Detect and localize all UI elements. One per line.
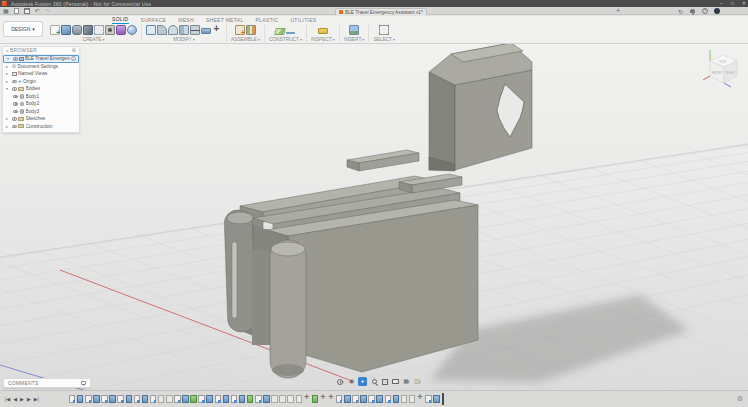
model-head[interactable] [429, 44, 532, 171]
timeline-feature-extrude[interactable] [206, 395, 213, 404]
info-icon[interactable]: i [71, 56, 76, 61]
browser-item-bodies[interactable]: ▾ Bodies [3, 85, 79, 93]
timeline-feature-sketch[interactable] [69, 395, 76, 404]
new-document-button[interactable]: + [616, 7, 620, 15]
combine-icon[interactable] [179, 25, 189, 35]
tab-surface[interactable]: SURFACE [141, 17, 167, 24]
viewports-button[interactable]: ◫▾ [413, 377, 422, 386]
construct-menu[interactable]: CONSTRUCT [269, 37, 299, 42]
eye-icon[interactable] [12, 80, 17, 84]
timeline-feature-sketch[interactable] [101, 395, 108, 404]
expand-arrow-icon[interactable]: ▸ [6, 124, 10, 129]
timeline-feature-component[interactable] [312, 395, 319, 404]
eye-icon[interactable] [12, 87, 17, 91]
timeline-feature-sketch[interactable] [134, 395, 141, 404]
timeline-playhead[interactable] [442, 393, 444, 405]
timeline-feature-sketch[interactable] [117, 395, 124, 404]
go-to-end-button[interactable]: ▶| [34, 394, 39, 404]
timeline-feature-extrude[interactable] [263, 395, 270, 404]
expand-arrow-icon[interactable]: ▾ [6, 86, 10, 91]
timeline-settings-gear-icon[interactable]: ⚙ [737, 395, 743, 403]
timeline-feature-extrude[interactable] [182, 395, 189, 404]
timeline-feature-extrude[interactable] [360, 395, 367, 404]
display-settings-button[interactable]: ▾ [391, 377, 400, 386]
browser-item-named-views[interactable]: ▸ Named Views [3, 70, 79, 78]
play-button[interactable]: ▶ [20, 394, 24, 404]
select-icon[interactable] [379, 25, 389, 35]
timeline-feature-sketch[interactable] [150, 395, 157, 404]
timeline-feature-component[interactable] [247, 395, 254, 404]
fit-button[interactable] [380, 377, 389, 386]
model-body[interactable] [224, 150, 478, 378]
look-at-button[interactable]: ◉ [347, 377, 356, 386]
hole-icon[interactable] [105, 25, 115, 35]
timeline-feature-extrude[interactable] [344, 395, 351, 404]
timeline-feature-doc[interactable] [409, 395, 416, 404]
redo-icon[interactable]: ↷ [45, 7, 50, 15]
modify-menu[interactable]: MODIFY [173, 37, 192, 42]
go-to-start-button[interactable]: |◀ [5, 394, 10, 404]
notifications-bell-icon[interactable] [690, 9, 695, 13]
grid-and-snaps-button[interactable]: ▦▾ [402, 377, 411, 386]
expand-arrow-icon[interactable]: ▸ [6, 116, 10, 121]
tab-utilities[interactable]: UTILITIES [290, 17, 316, 24]
browser-item-document-settings[interactable]: ▸ ⚙ Document Settings [3, 63, 79, 71]
timeline-feature-sketch[interactable] [174, 395, 181, 404]
joint-icon[interactable] [246, 25, 256, 35]
browser-item-origin[interactable]: ▸ + Origin [3, 78, 79, 86]
create-sketch-icon[interactable] [50, 25, 60, 35]
measure-icon[interactable] [318, 28, 328, 34]
timeline-feature-sketch[interactable] [425, 395, 432, 404]
sweep-icon[interactable] [83, 25, 93, 35]
browser-item-body2[interactable]: Body2 [10, 100, 79, 108]
expand-arrow-icon[interactable]: ▸ [6, 71, 10, 76]
undo-icon[interactable]: ↶ [35, 7, 40, 15]
save-icon[interactable] [24, 8, 30, 14]
timeline-feature-doc[interactable] [296, 395, 303, 404]
timeline-feature-sketch[interactable] [85, 395, 92, 404]
timeline-feature-sketch[interactable] [385, 395, 392, 404]
tab-mesh[interactable]: MESH [178, 17, 194, 24]
tab-sheet-metal[interactable]: SHEET METAL [206, 17, 244, 24]
tab-solid[interactable]: SOLID [112, 16, 129, 24]
fillet-icon[interactable] [157, 25, 167, 35]
timeline-feature-sketch[interactable] [215, 395, 222, 404]
orbit-button[interactable]: ▾ [336, 377, 345, 386]
offset-plane-icon[interactable] [275, 28, 287, 35]
minimize-button[interactable]: – [720, 0, 723, 7]
zoom-button[interactable] [369, 377, 378, 386]
timeline-feature-doc[interactable] [279, 395, 286, 404]
sphere-icon[interactable] [127, 25, 137, 35]
timeline-feature-sketch[interactable] [336, 395, 343, 404]
eye-icon[interactable] [12, 117, 17, 121]
user-avatar[interactable] [714, 8, 720, 14]
browser-item-body3[interactable]: Body3 [10, 108, 79, 116]
timeline-feature-sketch[interactable] [231, 395, 238, 404]
job-status-icon[interactable]: ↻ [678, 8, 683, 15]
comments-bar[interactable]: COMMENTS [3, 378, 91, 388]
browser-options-gear-icon[interactable]: ⚙ [72, 48, 76, 53]
timeline-feature-extrude[interactable] [376, 395, 383, 404]
timeline-feature-move[interactable] [328, 395, 335, 404]
timeline-feature-extrude[interactable] [393, 395, 400, 404]
browser-item-root[interactable]: ▾ BLE Travel Emergency Assista... i [3, 55, 79, 63]
timeline-feature-move[interactable] [304, 395, 311, 404]
help-icon[interactable]: ? [702, 8, 708, 14]
move-copy-icon[interactable] [212, 25, 222, 35]
shell-icon[interactable] [168, 25, 178, 35]
browser-item-sketches[interactable]: ▸ Sketches [3, 115, 79, 123]
collapse-panel-icon[interactable]: ◂ [6, 48, 8, 53]
rectangular-pattern-icon[interactable] [94, 25, 104, 35]
create-menu[interactable]: CREATE [82, 37, 101, 42]
step-forward-button[interactable]: ▶ [27, 394, 31, 404]
eye-icon[interactable] [13, 102, 18, 106]
step-back-button[interactable]: ◀ [13, 394, 17, 404]
timeline-feature-extrude[interactable] [77, 395, 84, 404]
revolve-icon[interactable] [72, 25, 82, 35]
timeline-feature-doc[interactable] [401, 395, 408, 404]
maximize-button[interactable]: □ [731, 0, 734, 7]
timeline-feature-doc[interactable] [287, 395, 294, 404]
file-menu-icon[interactable] [14, 8, 19, 14]
timeline-feature-component[interactable] [190, 395, 197, 404]
timeline-feature-extrude[interactable] [126, 395, 133, 404]
